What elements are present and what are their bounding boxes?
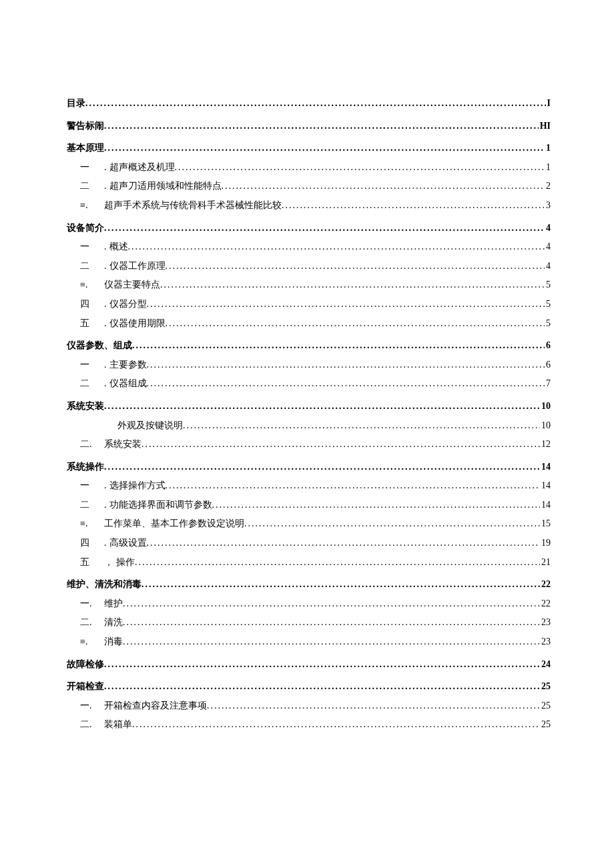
toc-dot-leader: ........................................… xyxy=(147,536,541,550)
toc-entry-label: 仪器工作原理 xyxy=(109,260,166,273)
toc-entry: 故障检修....................................… xyxy=(67,658,551,671)
toc-entry-label: 仪器分型 xyxy=(109,298,147,311)
toc-entry: 一.选择操作方式................................… xyxy=(67,479,551,492)
toc-entry-label: 超声概述及机理 xyxy=(109,161,175,174)
toc-entry-label: 仪器参数、组成 xyxy=(67,339,132,352)
toc-entry-label: 超声刀适用领域和性能特点 xyxy=(109,179,222,193)
toc-entry-separator: . xyxy=(104,358,107,372)
toc-entry-page: 1 xyxy=(545,161,551,174)
toc-entry: 维护、清洗和消毒................................… xyxy=(67,578,551,591)
toc-entry-number: 二 xyxy=(80,260,104,273)
toc-entry-page: 3 xyxy=(545,199,551,212)
toc-entry-page: 15 xyxy=(540,517,551,530)
toc-entry: 一.概述....................................… xyxy=(67,240,551,254)
toc-entry: 二.超声刀适用领域和性能特点..........................… xyxy=(67,179,551,193)
toc-entry-label: 系统安装 xyxy=(104,438,141,451)
toc-entry: ≡.仪器主要特点................................… xyxy=(67,278,551,292)
toc-entry-label: 维护 xyxy=(104,597,123,610)
toc-entry-page: 5 xyxy=(545,298,551,311)
toc-dot-leader: ........................................… xyxy=(132,718,540,731)
toc-dot-leader: ........................................… xyxy=(104,141,545,155)
toc-entry-number: 二. xyxy=(80,616,104,629)
toc-entry: 外观及按键说明.................................… xyxy=(67,419,551,432)
toc-entry-label: 操作 xyxy=(116,556,135,569)
toc-entry-label: 开箱检查 xyxy=(67,680,104,693)
toc-entry-separator: . xyxy=(104,161,107,174)
toc-entry-number: ≡. xyxy=(80,517,104,530)
toc-entry-page: 19 xyxy=(540,536,551,550)
toc-entry-number: 四 xyxy=(80,298,104,311)
toc-entry: 开箱检查....................................… xyxy=(67,680,551,693)
toc-entry: 一.超声概述及机理...............................… xyxy=(67,161,551,174)
toc-entry-label: 目录 xyxy=(67,97,85,110)
toc-dot-leader: ........................................… xyxy=(147,377,545,390)
toc-entry: 二.仪器工作原理................................… xyxy=(67,260,551,273)
toc-entry-label: 功能选择界面和调节参数 xyxy=(109,498,212,512)
toc-entry-number: 一 xyxy=(80,358,104,372)
toc-entry-page: 14 xyxy=(540,460,551,474)
toc-dot-leader: ........................................… xyxy=(222,179,545,193)
toc-entry-separator: . xyxy=(104,179,107,193)
toc-entry-label: 消毒 xyxy=(104,635,123,648)
toc-entry: 二.功能选择界面和调节参数...........................… xyxy=(67,498,551,512)
toc-entry-number: 五 xyxy=(80,556,104,569)
toc-dot-leader: ........................................… xyxy=(141,438,540,451)
toc-entry-separator: . xyxy=(104,498,107,512)
toc-entry: 五，操作....................................… xyxy=(67,556,551,569)
toc-dot-leader: ........................................… xyxy=(183,419,540,432)
toc-entry: 系统安装....................................… xyxy=(67,400,551,413)
toc-entry: 系统操作....................................… xyxy=(67,460,551,474)
toc-dot-leader: ........................................… xyxy=(175,161,545,174)
toc-entry-label: 清洗 xyxy=(104,616,123,629)
toc-dot-leader: ........................................… xyxy=(128,240,545,254)
toc-dot-leader: ........................................… xyxy=(166,479,541,492)
toc-entry-page: 14 xyxy=(540,498,551,512)
toc-entry: 一.开箱检查内容及注意事项...........................… xyxy=(67,699,551,713)
toc-entry-separator: ， xyxy=(104,556,113,569)
toc-entry-label: 仪器使用期限 xyxy=(109,317,166,330)
toc-entry: 四.高级设置..................................… xyxy=(67,536,551,550)
toc-entry-label: 警告标闹 xyxy=(67,119,104,133)
toc-entry-page: 10 xyxy=(540,419,551,432)
toc-dot-leader: ........................................… xyxy=(85,97,546,110)
toc-entry-page: I xyxy=(546,97,551,110)
toc-entry-page: HI xyxy=(539,119,551,133)
toc-entry: ≡.超声手术系统与传统骨科手术器械性能比较...................… xyxy=(67,199,551,212)
toc-entry-label: 超声手术系统与传统骨科手术器械性能比较 xyxy=(104,199,282,212)
toc-entry: 目录......................................… xyxy=(67,97,551,110)
toc-dot-leader: ........................................… xyxy=(104,119,539,133)
toc-entry: 五.仪器使用期限................................… xyxy=(67,317,551,330)
toc-entry-page: 21 xyxy=(540,556,551,569)
toc-dot-leader: ........................................… xyxy=(212,498,541,512)
toc-entry-page: 12 xyxy=(540,438,551,451)
toc-entry-page: 7 xyxy=(545,377,551,390)
toc-dot-leader: ........................................… xyxy=(104,460,540,474)
toc-entry-number: 二 xyxy=(80,498,104,512)
toc-dot-leader: ........................................… xyxy=(123,616,540,629)
toc-entry: 二.仪器组成..................................… xyxy=(67,377,551,390)
toc-entry-page: 25 xyxy=(540,718,551,731)
toc-entry-page: 4 xyxy=(545,260,551,273)
toc-entry-label: 系统安装 xyxy=(67,400,104,413)
toc-entry: ≡.工作菜单、基本工作参数设定说明.......................… xyxy=(67,517,551,530)
toc-dot-leader: ........................................… xyxy=(207,699,540,713)
toc-entry: 二.清洗....................................… xyxy=(67,616,551,629)
toc-entry-number: 二. xyxy=(80,718,104,731)
toc-entry: 二.装箱单...................................… xyxy=(67,718,551,731)
toc-dot-leader: ........................................… xyxy=(147,298,545,311)
toc-dot-leader: ........................................… xyxy=(104,658,540,671)
toc-entry-label: 装箱单 xyxy=(104,718,132,731)
toc-entry-page: 25 xyxy=(540,699,551,713)
toc-entry: 警告标闹....................................… xyxy=(67,119,551,133)
toc-entry: 设备简介....................................… xyxy=(67,222,551,235)
toc-entry: 一.主要参数..................................… xyxy=(67,358,551,372)
toc-entry-number: 一. xyxy=(80,597,104,610)
toc-dot-leader: ........................................… xyxy=(147,358,545,372)
toc-entry-label: 设备简介 xyxy=(67,222,104,235)
toc-entry-label: 系统操作 xyxy=(67,460,104,474)
toc-entry-page: 2 xyxy=(545,179,551,193)
toc-dot-leader: ........................................… xyxy=(135,556,540,569)
toc-entry: 四.仪器分型..................................… xyxy=(67,298,551,311)
toc-entry: 一.维护....................................… xyxy=(67,597,551,610)
toc-dot-leader: ........................................… xyxy=(123,597,540,610)
